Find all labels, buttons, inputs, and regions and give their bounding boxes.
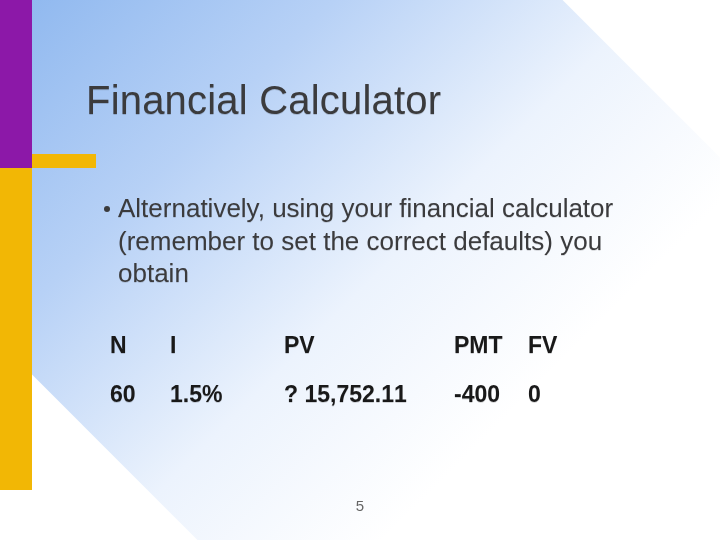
value-fv: 0 [528, 371, 588, 418]
value-pmt: -400 [454, 371, 526, 418]
accent-strip-gold-vertical [0, 168, 32, 490]
value-pv: ? 15,752.11 [284, 371, 452, 418]
header-fv: FV [528, 322, 588, 369]
table-header-row: N I PV PMT FV [110, 322, 588, 369]
value-i: 1.5% [170, 371, 282, 418]
page-number: 5 [356, 497, 364, 514]
bullet-text: Alternatively, using your financial calc… [118, 192, 660, 290]
accent-strip-purple [0, 0, 32, 168]
slide-content: Financial Calculator Alternatively, usin… [0, 0, 720, 540]
bullet-dot-icon [104, 206, 110, 212]
header-i: I [170, 322, 282, 369]
accent-strip-gold-horizontal [32, 154, 96, 168]
slide-title: Financial Calculator [86, 78, 441, 123]
table-value-row: 60 1.5% ? 15,752.11 -400 0 [110, 371, 588, 418]
value-n: 60 [110, 371, 168, 418]
bullet-item: Alternatively, using your financial calc… [104, 192, 660, 290]
header-pmt: PMT [454, 322, 526, 369]
header-pv: PV [284, 322, 452, 369]
calculator-table: N I PV PMT FV 60 1.5% ? 15,752.11 -400 0 [108, 320, 590, 420]
header-n: N [110, 322, 168, 369]
